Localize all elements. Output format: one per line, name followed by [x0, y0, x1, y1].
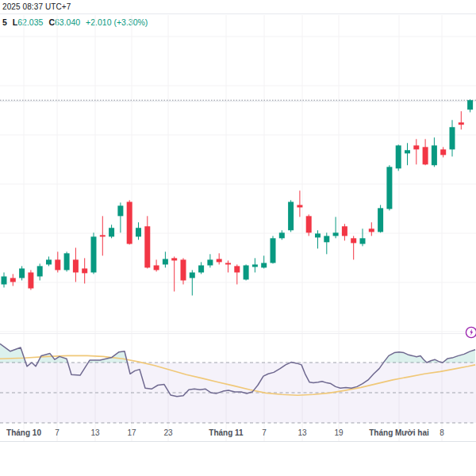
candle: [261, 255, 267, 268]
lightning-boost-glyph: [465, 326, 476, 339]
lightning-boost-icon[interactable]: [465, 326, 476, 339]
candle: [288, 200, 294, 232]
candle-body: [117, 205, 123, 216]
candle-body: [55, 259, 60, 270]
candle: [405, 143, 410, 165]
candle: [360, 228, 366, 246]
candle-body: [19, 268, 25, 278]
candle: [279, 230, 285, 240]
candle-body: [378, 208, 383, 232]
candle: [467, 99, 473, 112]
candle: [244, 264, 249, 280]
candle-body: [244, 265, 249, 279]
candle-body: [171, 258, 177, 260]
time-axis[interactable]: Tháng 107131723Tháng 1171319Tháng Mười h…: [6, 428, 444, 437]
candle: [136, 222, 141, 240]
candle-body: [46, 259, 52, 264]
x-axis-tick-label: Tháng Mười hai: [369, 428, 429, 437]
candle: [207, 254, 213, 267]
candle-body: [37, 266, 43, 276]
candle-body: [100, 235, 106, 236]
candle: [100, 216, 106, 255]
candle: [432, 137, 437, 167]
candle: [163, 251, 168, 267]
candle-body: [127, 202, 132, 244]
candle: [413, 139, 419, 164]
candle-body: [467, 100, 473, 109]
candle-body: [297, 205, 302, 207]
x-axis-tick-label: 17: [127, 428, 136, 437]
candle: [64, 251, 70, 271]
candle-body: [181, 259, 186, 280]
x-axis-tick-label: Tháng 11: [209, 428, 244, 437]
x-axis-tick-label: 13: [298, 428, 307, 437]
candle: [324, 232, 329, 254]
candle: [459, 111, 464, 129]
candle-body: [144, 226, 150, 267]
candle: [117, 202, 123, 232]
candle: [450, 120, 455, 156]
candle-body: [459, 122, 464, 125]
candle: [127, 200, 132, 244]
candle-body: [271, 238, 276, 263]
candle-body: [360, 238, 366, 244]
candle: [46, 256, 52, 266]
candle-body: [2, 276, 7, 284]
candle-body: [136, 228, 141, 236]
candle: [10, 274, 16, 286]
candle-body: [207, 259, 213, 265]
rsi-overbought-fill: [383, 350, 475, 363]
candle-body: [91, 236, 97, 272]
candle: [333, 217, 339, 238]
candle-body: [261, 263, 267, 267]
candle: [351, 236, 356, 259]
candle-body: [413, 145, 419, 149]
chart-root: 2025 08:37 UTC+7 5L62.035C63.040+2.010 (…: [0, 0, 476, 476]
candle: [171, 256, 177, 291]
candle-body: [396, 145, 401, 168]
candle-body: [450, 127, 455, 149]
candle-body: [73, 259, 79, 272]
candle: [378, 205, 383, 232]
candle: [109, 225, 114, 238]
candle-body: [109, 228, 114, 236]
x-axis-tick-label: 8: [440, 428, 444, 437]
candle: [440, 147, 446, 157]
x-axis-tick-label: 23: [163, 428, 173, 437]
rsi-pane: [0, 344, 476, 423]
candle: [423, 139, 428, 165]
candle: [73, 248, 79, 282]
candle-body: [315, 233, 321, 237]
candle-body: [423, 147, 428, 164]
candle-body: [351, 238, 356, 243]
candle-body: [306, 216, 312, 232]
candle-body: [234, 266, 240, 272]
candle-body: [440, 149, 446, 155]
x-axis-tick-label: Tháng 10: [6, 428, 41, 437]
candle: [91, 232, 97, 274]
candlestick-series: [2, 99, 474, 295]
candle-body: [279, 232, 285, 238]
candle: [37, 263, 43, 280]
candle-body: [324, 236, 329, 242]
candle: [297, 190, 302, 217]
candle-body: [333, 232, 339, 236]
candle-body: [198, 265, 204, 272]
candle: [181, 258, 186, 284]
candle-body: [252, 264, 258, 267]
candle-body: [82, 268, 87, 273]
candle: [386, 165, 392, 210]
candle-body: [369, 228, 374, 232]
candle-body: [432, 145, 437, 165]
candle: [342, 224, 347, 240]
candle: [154, 259, 159, 271]
candle: [217, 253, 222, 264]
candle: [369, 222, 374, 236]
chart-canvas[interactable]: Tháng 107131723Tháng 1171319Tháng Mười h…: [0, 0, 476, 476]
candle-body: [386, 167, 392, 209]
candle-body: [154, 265, 159, 270]
candle: [271, 236, 276, 263]
candle-body: [405, 150, 410, 153]
candle-body: [163, 259, 168, 264]
x-axis-tick-label: 19: [334, 428, 344, 437]
